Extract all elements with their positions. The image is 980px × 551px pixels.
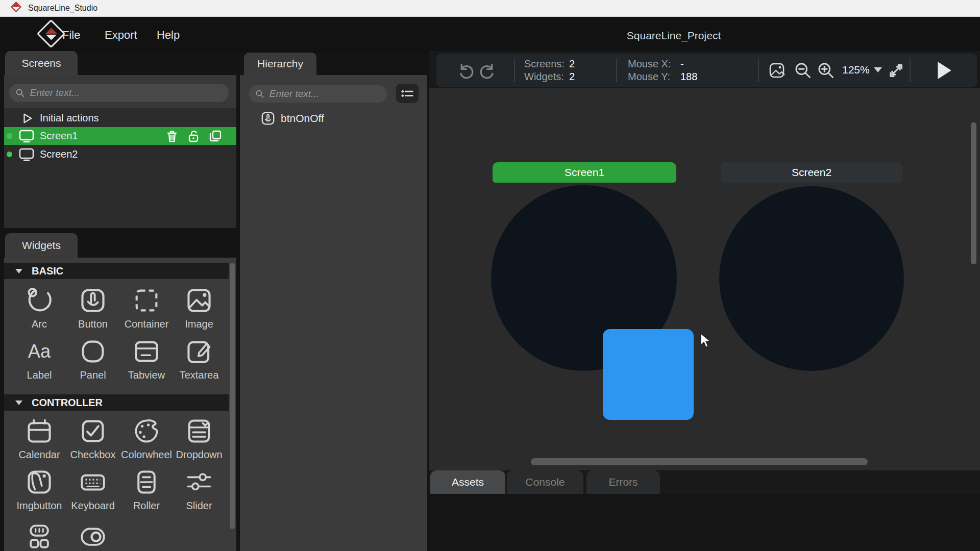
hierarchy-listview-button[interactable] [396, 84, 419, 103]
canvas-vertical-scrollbar[interactable] [971, 122, 976, 264]
section-controller[interactable]: CONTROLLER [4, 394, 229, 411]
widget-label-label: Label [12, 369, 66, 381]
tab-errors-label: Errors [608, 476, 638, 488]
unlock-icon[interactable] [187, 130, 200, 143]
section-basic[interactable]: BASIC [4, 263, 229, 279]
canvas-area: Screens: 2 Widgets: 2 Mouse X: - Mouse Y… [429, 51, 980, 551]
hierarchy-search[interactable] [249, 85, 387, 103]
tab-hierarchy[interactable]: Hierarchy [244, 53, 316, 75]
widget-keyboard-label: Keyboard [66, 500, 120, 512]
widget-imgbutton[interactable]: Imgbutton [12, 467, 66, 512]
imgbutton-icon [24, 467, 54, 497]
widget-dropdown[interactable]: Dropdown [172, 416, 226, 461]
collapse-triangle-icon [15, 400, 22, 405]
screen1-display[interactable] [491, 185, 677, 371]
widget-textarea-label: Textarea [172, 369, 226, 381]
widget-keyboard[interactable]: Keyboard [66, 467, 120, 512]
screens-count-label: Screens: [524, 58, 565, 70]
hierarchy-search-input[interactable] [270, 88, 381, 99]
zoom-in-icon[interactable] [817, 61, 836, 80]
monitor-icon [18, 130, 35, 143]
dropdown-icon [184, 416, 214, 446]
screen2-display[interactable] [719, 186, 904, 371]
tab-errors[interactable]: Errors [586, 470, 660, 494]
widget-checkbox[interactable]: Checkbox [66, 416, 120, 461]
screens-search[interactable] [9, 84, 229, 102]
fit-fullscreen-icon[interactable] [887, 61, 905, 80]
undo-icon[interactable] [456, 61, 475, 80]
mouse-cursor [699, 333, 713, 348]
zoom-level-value[interactable]: 125% [842, 64, 870, 76]
list-view-icon [400, 88, 415, 99]
tab-assets-label: Assets [452, 476, 484, 488]
initial-actions-row[interactable]: Initial actions [4, 109, 236, 127]
play-button-icon[interactable] [936, 61, 953, 80]
screen-row-screen2[interactable]: Screen2 [4, 145, 236, 163]
widget-image-label: Image [172, 318, 226, 330]
design-viewport[interactable]: Screen1 Screen2 [429, 88, 980, 470]
menu-bar: File Export Help SquareLine_Project [0, 17, 980, 53]
widget-textarea[interactable]: Textarea [172, 337, 226, 381]
screen1-button-widget[interactable] [603, 329, 694, 420]
tab-widgets[interactable]: Widgets [5, 233, 78, 258]
widget-roller[interactable]: Roller [119, 467, 174, 512]
zoom-dropdown-icon[interactable] [874, 67, 882, 72]
mouse-y-value: 188 [680, 71, 697, 83]
screen1-header[interactable]: Screen1 [493, 162, 676, 183]
label-icon: Aa [24, 337, 54, 366]
delete-icon[interactable] [166, 130, 178, 143]
zoom-out-icon[interactable] [794, 61, 813, 80]
widget-arc[interactable]: Arc [12, 286, 66, 330]
tab-console[interactable]: Console [507, 470, 583, 494]
widget-image[interactable]: Image [172, 286, 226, 330]
redo-icon[interactable] [478, 61, 498, 80]
menu-export[interactable]: Export [105, 29, 137, 42]
mouse-y-label: Mouse Y: [628, 71, 670, 83]
widget-checkbox-label: Checkbox [66, 449, 120, 461]
widget-spinbox[interactable] [12, 524, 66, 551]
widgets-scrollbar[interactable] [230, 263, 235, 529]
tabview-icon [132, 337, 161, 366]
screens-panel: Initial actions Screen1 [4, 75, 236, 228]
toolbar-separator [616, 59, 617, 82]
project-title: SquareLine_Project [587, 30, 761, 42]
screen-row-screen1[interactable]: Screen1 [4, 127, 236, 145]
screen2-status-dot [7, 152, 12, 157]
hierarchy-item-btnonoff[interactable]: btnOnOff [260, 111, 324, 126]
widget-calendar[interactable]: Calendar [12, 416, 66, 461]
tab-assets[interactable]: Assets [430, 470, 505, 494]
canvas-horizontal-scrollbar[interactable] [531, 458, 868, 465]
widget-slider[interactable]: Slider [172, 467, 226, 512]
widgets-count-value: 2 [569, 71, 575, 83]
widget-colorwheel[interactable]: Colorwheel [119, 416, 174, 461]
screens-search-input[interactable] [30, 87, 223, 98]
toolbar-separator [514, 59, 515, 82]
keyboard-icon [78, 467, 108, 497]
widgets-panel: BASIC Arc Button Container Image [4, 258, 236, 551]
widget-container[interactable]: Container [119, 286, 174, 330]
tab-screens[interactable]: Screens [5, 51, 78, 75]
widget-colorwheel-label: Colorwheel [119, 449, 174, 461]
widget-panel[interactable]: Panel [66, 337, 120, 381]
menu-help[interactable]: Help [157, 29, 180, 42]
widget-slider-label: Slider [172, 500, 226, 512]
widget-tabview[interactable]: Tabview [119, 337, 174, 381]
mouse-x-label: Mouse X: [628, 58, 671, 70]
play-outline-icon [21, 113, 33, 124]
screen2-header[interactable]: Screen2 [721, 162, 902, 183]
screen2-label: Screen2 [40, 148, 78, 160]
section-controller-label: CONTROLLER [32, 397, 103, 409]
widget-switch[interactable] [66, 524, 120, 551]
menu-file[interactable]: File [62, 29, 80, 42]
monitor-icon [18, 148, 35, 161]
widgets-count-label: Widgets: [524, 71, 564, 83]
search-icon [15, 88, 25, 98]
widget-container-label: Container [119, 318, 174, 330]
screenshot-image-icon[interactable] [768, 62, 786, 79]
widget-button[interactable]: Button [66, 286, 120, 330]
widget-label[interactable]: Aa Label [12, 337, 66, 381]
screen1-label: Screen1 [40, 130, 78, 142]
window-logo-icon [11, 2, 21, 12]
copy-icon[interactable] [209, 130, 222, 143]
container-icon [132, 286, 161, 315]
